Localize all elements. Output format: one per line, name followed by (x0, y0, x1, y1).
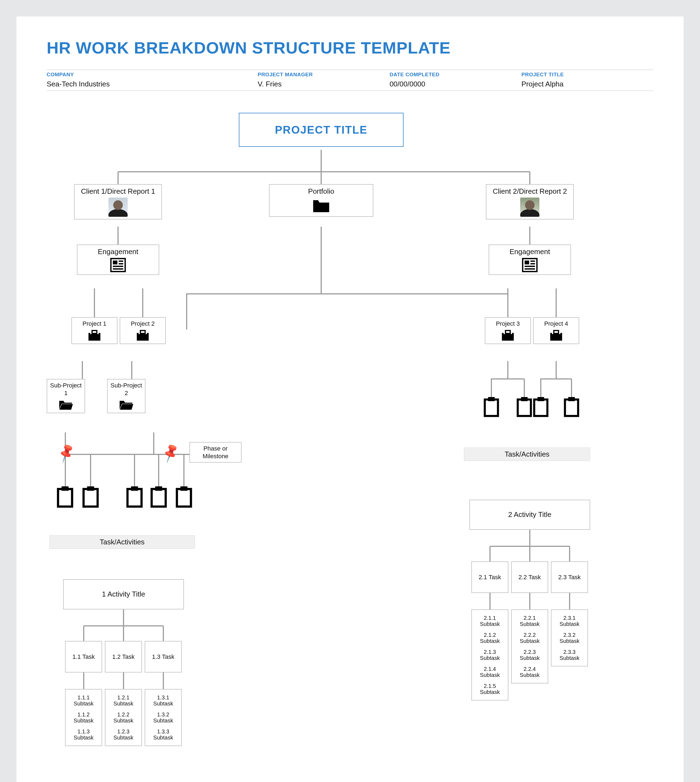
svg-rect-7 (525, 260, 529, 264)
company-label: COMPANY (47, 72, 258, 78)
client1-box: Client 1/Direct Report 1 (74, 184, 162, 220)
subtasks-1-2: 1.2.1Subtask1.2.2Subtask1.2.3Subtask (105, 689, 142, 746)
document-page: HR WORK BREAKDOWN STRUCTURE TEMPLATE COM… (17, 17, 683, 782)
subtask-item: 2.1.2Subtask (475, 632, 505, 644)
portfolio-box: Portfolio (269, 184, 373, 217)
company-value: Sea-Tech Industries (47, 80, 258, 91)
subtask-item: 1.2.2Subtask (109, 712, 138, 724)
clipboard-icon (533, 397, 549, 417)
task-1-2-box: 1.2 Task (105, 641, 142, 672)
clipboard-icon (82, 486, 99, 508)
engagement-label: Engagement (98, 248, 138, 256)
subtask-item: 1.3.3Subtask (148, 729, 178, 740)
subtask-item: 1.2.3Subtask (109, 729, 138, 740)
subtask-item: 2.1.1Subtask (475, 615, 505, 627)
project-title-box: PROJECT TITLE (239, 113, 403, 147)
project1-box: Project 1 (72, 317, 117, 344)
briefcase-icon (501, 329, 515, 341)
svg-rect-28 (58, 489, 72, 506)
newspaper-icon (522, 258, 538, 272)
svg-rect-23 (511, 332, 512, 334)
subtasks-2-1: 2.1.1Subtask2.1.2Subtask2.1.3Subtask2.1.… (471, 609, 508, 700)
project4-box: Project 4 (533, 317, 579, 344)
subtask-item: 1.2.1Subtask (109, 694, 138, 707)
engagement-label: Engagement (510, 248, 550, 256)
svg-rect-40 (518, 399, 531, 416)
engagement2-box: Engagement (488, 245, 571, 275)
subtasks-1-1: 1.1.1Subtask1.1.2Subtask1.1.3Subtask (65, 689, 102, 746)
svg-rect-27 (559, 332, 560, 334)
page-title: HR WORK BREAKDOWN STRUCTURE TEMPLATE (47, 38, 653, 57)
svg-rect-31 (87, 486, 94, 491)
pushpin-icon: 📌 (160, 442, 182, 464)
svg-rect-17 (140, 330, 145, 333)
subtask-item: 1.1.2Subtask (69, 712, 98, 724)
subtask-item: 2.3.3Subtask (555, 649, 584, 661)
date-value: 00/00/0000 (390, 80, 521, 91)
subtask-item: 1.3.2Subtask (148, 712, 178, 724)
clipboard-icon (563, 397, 580, 417)
project1-label: Project 1 (83, 320, 107, 327)
pm-label: PROJECT MANAGER (258, 72, 390, 78)
subtask-item: 2.2.2Subtask (515, 632, 544, 644)
svg-rect-6 (523, 258, 537, 271)
newspaper-icon (110, 258, 126, 272)
pm-value: V. Fries (258, 80, 390, 91)
svg-rect-36 (177, 489, 191, 506)
svg-rect-26 (552, 332, 553, 334)
project3-box: Project 3 (485, 317, 531, 344)
svg-rect-44 (565, 399, 578, 416)
svg-rect-25 (554, 330, 558, 333)
subproject1-label: Sub-Project 1 (50, 382, 82, 396)
portfolio-label: Portfolio (308, 187, 334, 195)
activity1-box: 1 Activity Title (63, 579, 184, 609)
briefcase-icon (136, 329, 150, 341)
svg-rect-34 (152, 489, 165, 506)
svg-rect-37 (180, 486, 187, 491)
task-2-2-box: 2.2 Task (511, 561, 548, 593)
client2-box: Client 2/Direct Report 2 (486, 184, 574, 220)
task-activities-label-right: Task/Activities (464, 448, 590, 461)
svg-rect-13 (92, 330, 97, 333)
open-folder-icon (119, 398, 134, 411)
subtasks-2-2: 2.2.1Subtask2.2.2Subtask2.2.3Subtask2.2.… (511, 609, 548, 684)
clipboard-icon (56, 486, 74, 508)
svg-rect-22 (504, 332, 505, 334)
clipboard-icon (175, 486, 193, 508)
subtasks-2-3: 2.3.1Subtask2.3.2Subtask2.3.3Subtask (551, 609, 588, 667)
task-2-3-box: 2.3 Task (551, 561, 588, 593)
project3-label: Project 3 (496, 320, 520, 327)
svg-rect-39 (488, 397, 495, 401)
folder-icon (312, 198, 331, 214)
svg-rect-30 (83, 489, 97, 506)
svg-rect-45 (568, 397, 575, 401)
svg-rect-41 (521, 397, 528, 401)
svg-rect-35 (155, 486, 162, 491)
svg-rect-14 (90, 332, 92, 334)
client2-label: Client 2/Direct Report 2 (493, 187, 567, 195)
svg-rect-32 (127, 489, 142, 506)
svg-rect-1 (113, 260, 117, 264)
open-folder-icon (58, 398, 73, 411)
engagement1-box: Engagement (77, 245, 159, 275)
svg-rect-0 (111, 258, 125, 271)
svg-rect-29 (62, 486, 68, 491)
subtask-item: 2.1.5Subtask (475, 683, 505, 695)
subtasks-1-3: 1.3.1Subtask1.3.2Subtask1.3.3Subtask (145, 689, 182, 746)
task-1-3-box: 1.3 Task (145, 641, 182, 672)
svg-rect-43 (537, 397, 544, 401)
subproject2-box: Sub-Project 2 (107, 379, 145, 413)
briefcase-icon (87, 329, 102, 341)
svg-rect-19 (146, 332, 147, 334)
subtask-item: 1.3.1Subtask (148, 694, 178, 707)
avatar-icon (108, 198, 128, 217)
clipboard-icon (126, 486, 143, 508)
phase-box: Phase or Milestone (189, 442, 242, 463)
avatar-icon (520, 198, 539, 217)
clipboard-icon (483, 397, 500, 417)
header-row: COMPANY Sea-Tech Industries PROJECT MANA… (47, 70, 653, 91)
task-1-1-box: 1.1 Task (65, 641, 102, 672)
subtask-item: 2.1.4Subtask (475, 666, 505, 678)
subtask-item: 2.1.3Subtask (475, 649, 505, 661)
svg-rect-42 (534, 399, 547, 416)
